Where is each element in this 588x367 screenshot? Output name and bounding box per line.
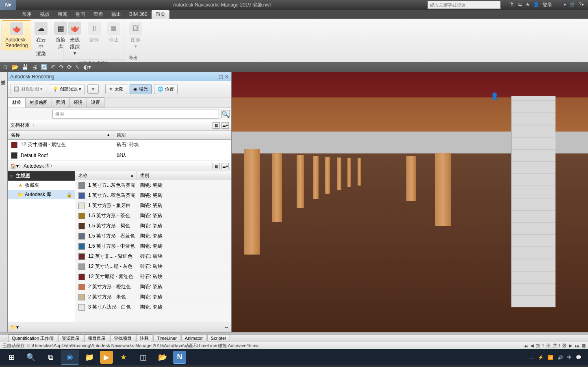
list-view-icon[interactable]: ☰▾ — [221, 163, 229, 169]
edge-button[interactable]: ◉ — [61, 350, 79, 365]
tree-root[interactable]: ▾主视图 — [8, 171, 75, 181]
search-button[interactable]: 🔍 — [22, 350, 40, 365]
task-view-button[interactable]: ⧉ — [41, 350, 59, 365]
menu-item[interactable]: BIM 360 — [125, 11, 152, 18]
col-name[interactable]: 名称 — [78, 173, 87, 178]
pin-icon[interactable]: ▢ — [219, 74, 223, 80]
chevron-right-icon[interactable]: 〉 — [50, 163, 55, 170]
home-icon[interactable]: 🏠▾ — [10, 163, 19, 169]
lib-row[interactable]: 1 英寸方...灰色马赛克陶瓷: 瓷砖 — [75, 180, 231, 190]
star-icon[interactable]: ★ — [525, 2, 530, 9]
menu-item[interactable]: 输出 — [107, 10, 125, 19]
bottom-tab[interactable]: 资源目录 — [58, 335, 83, 342]
ribbon-cloud-render[interactable]: ☁在云中 渲染 — [31, 20, 51, 59]
lib-row[interactable]: 1.5 英寸方形 - 中蓝色陶瓷: 瓷砖 — [75, 241, 231, 251]
pager-next-icon[interactable]: ▶ — [569, 343, 572, 348]
bottom-tab[interactable]: Quantification 工作簿 — [8, 335, 57, 342]
material-search-input[interactable] — [52, 110, 219, 119]
share-icon[interactable]: ⇆ — [518, 2, 522, 9]
tray-chevron-icon[interactable]: ︿ — [529, 354, 534, 361]
search-icon[interactable]: 🔍 — [221, 110, 230, 118]
menu-item-render[interactable]: 渲染 — [152, 10, 169, 19]
tray-wifi-icon[interactable]: 📶 — [548, 355, 553, 360]
cursor-icon[interactable]: ↖ — [75, 64, 80, 70]
bottom-tab[interactable]: Scripter — [207, 335, 230, 341]
ribbon-raytrace[interactable]: 🫖光线跟踪 ▾ — [65, 20, 85, 58]
menu-item[interactable]: 查看 — [89, 10, 107, 19]
menu-item[interactable]: 视点 — [36, 10, 54, 19]
app-logo[interactable]: N▾ — [0, 0, 16, 10]
lib-row[interactable]: 12 英寸顺砌 - 紫红色砖石: 砖块 — [75, 272, 231, 282]
undo-icon[interactable]: ↶ — [51, 64, 56, 70]
ribbon-autodesk-rendering[interactable]: 🫖Autodesk Rendering — [2, 20, 31, 50]
list-view-icon[interactable]: ☰▾ — [221, 122, 229, 129]
bottom-tab[interactable]: 项目目录 — [84, 335, 109, 342]
lib-row[interactable]: 12 英寸非... - 紫红色砖石: 砖块 — [75, 251, 231, 261]
close-icon[interactable]: ✕ — [225, 74, 229, 80]
tray-notifications-icon[interactable]: 💬 — [576, 355, 581, 360]
3d-viewport[interactable]: 👤 — [232, 72, 588, 332]
tab-material-map[interactable]: 材质贴图 — [25, 97, 52, 108]
save-icon[interactable]: 💾 — [22, 64, 28, 70]
resize-icon[interactable]: ↔ — [224, 324, 229, 330]
explorer-button[interactable]: 📁 — [80, 350, 98, 365]
bottom-tab[interactable]: Animator — [181, 335, 206, 341]
refresh2-icon[interactable]: ⟳ — [67, 64, 72, 70]
start-button[interactable]: ⊞ — [2, 350, 20, 365]
menu-item[interactable]: 审阅 — [54, 10, 72, 19]
menu-item[interactable]: 动画 — [72, 10, 89, 19]
lib-row[interactable]: 3 英寸八边形 - 白色陶瓷: 瓷砖 — [75, 302, 231, 312]
sun-pos-btn[interactable]: ☀ — [87, 84, 99, 94]
grid-view-icon[interactable]: ▦ — [213, 163, 220, 169]
chevron-right-icon[interactable]: 〉 — [19, 163, 24, 170]
lib-row[interactable]: 1.5 英寸方形 - 茶色陶瓷: 瓷砖 — [75, 211, 231, 221]
col-name[interactable]: 名称 — [11, 132, 20, 137]
left-tab-select-tree[interactable]: 选择树 — [0, 73, 7, 330]
pager-grid-icon[interactable]: ▦ — [581, 343, 586, 348]
refresh-icon[interactable]: 🔄 — [41, 64, 48, 70]
login-label[interactable]: 登录 — [542, 2, 552, 9]
lib-row[interactable]: 12 英寸均...砌 - 灰色砖石: 砖块 — [75, 261, 231, 272]
breadcrumb-text[interactable]: 文档材质 — [10, 122, 30, 129]
bottom-tab[interactable]: 注释 — [136, 335, 152, 342]
menu-item[interactable]: 常用 — [18, 10, 36, 19]
panel-header[interactable]: Autodesk Rendering ▢ ✕ — [8, 72, 231, 81]
tree-favorites[interactable]: ★收藏夹 — [8, 181, 75, 190]
star-button[interactable]: ★ — [115, 350, 132, 365]
redo-icon[interactable]: ↷ — [59, 64, 64, 70]
tab-environment[interactable]: 环境 — [69, 97, 87, 108]
lib-row[interactable]: 1.5 英寸方形 - 褐色陶瓷: 瓷砖 — [75, 221, 231, 231]
tab-material[interactable]: 材质 — [8, 97, 26, 108]
chevron-right-icon[interactable]: 〉 — [32, 122, 37, 129]
location-btn[interactable]: 🌐 位置 — [154, 84, 178, 94]
new-icon[interactable]: 🗋 — [2, 64, 8, 70]
pager-last-icon[interactable]: ⏭ — [575, 343, 579, 348]
user-icon[interactable]: 👤 — [533, 2, 539, 9]
col-cat[interactable]: 类别 — [113, 131, 231, 139]
binoculars-icon[interactable]: 🔭 — [509, 2, 515, 9]
table-row[interactable]: Default Roof 默认 — [8, 150, 231, 161]
tree-autodesk-lib[interactable]: 📁Autodesk 库🔒 — [8, 190, 75, 199]
table-row[interactable]: 12 英寸顺砌 - 紫红色 砖石: 砖块 — [8, 140, 231, 150]
lib-row[interactable]: 2 英寸方形 - 橙红色陶瓷: 瓷砖 — [75, 282, 231, 292]
navisworks-button[interactable]: N — [173, 351, 186, 364]
tray-network-icon[interactable]: ⚡ — [538, 355, 544, 360]
tab-settings[interactable]: 设置 — [87, 97, 104, 108]
lib-row[interactable]: 1 英寸方形 - 象牙白陶瓷: 瓷砖 — [75, 201, 231, 211]
create-light-btn[interactable]: 💡 创建光源 ▾ — [49, 84, 85, 94]
dropdown-icon[interactable]: ◐▾ — [83, 64, 91, 70]
bottom-tab[interactable]: TimeLiner — [153, 335, 180, 341]
cart-icon[interactable]: 🛒 — [569, 2, 575, 9]
open-icon[interactable]: 📂 — [11, 64, 18, 70]
print-icon[interactable]: 🖨 — [32, 64, 37, 70]
lib-row[interactable]: 1.5 英寸方形 - 石蓝色陶瓷: 瓷砖 — [75, 231, 231, 241]
tab-lighting[interactable]: 照明 — [52, 97, 69, 108]
grid-view-icon[interactable]: ▦ — [213, 122, 220, 129]
lib-row[interactable]: 1 英寸方...蓝色马赛克陶瓷: 瓷砖 — [75, 190, 231, 201]
sun-btn[interactable]: ☀ 太阳 — [105, 84, 127, 94]
breadcrumb-text[interactable]: Autodesk 库 — [24, 163, 50, 170]
lib-row[interactable]: 2 英寸方形 - 米色陶瓷: 瓷砖 — [75, 292, 231, 302]
exposure-btn[interactable]: ◉ 曝光 — [130, 84, 152, 94]
app-button[interactable]: ◫ — [134, 350, 152, 365]
player-button[interactable]: ▶ — [100, 351, 113, 364]
